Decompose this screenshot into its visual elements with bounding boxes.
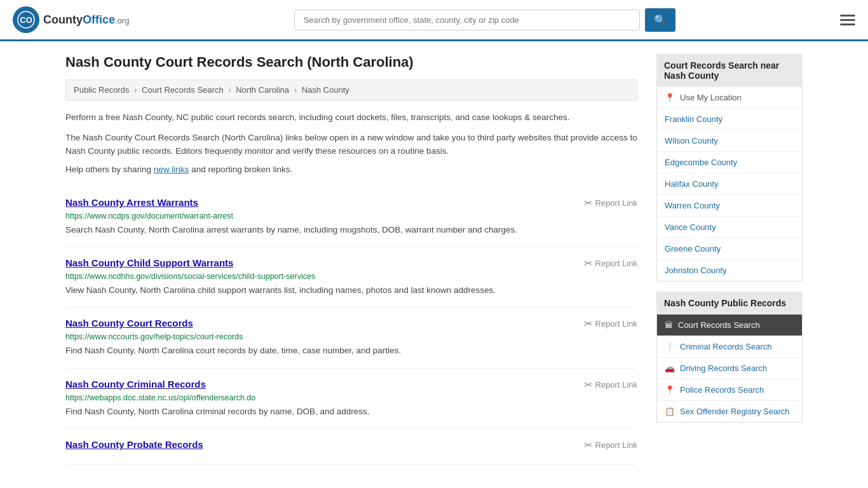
report-icon: ✂: [584, 379, 592, 391]
search-input[interactable]: [294, 10, 640, 30]
wilson-county-link[interactable]: Wilson County: [657, 130, 802, 151]
list-item: 📍 Use My Location: [657, 87, 802, 109]
search-icon: 🔍: [654, 15, 667, 25]
result-item: Nash County Criminal Records ✂ Report Li…: [65, 369, 637, 429]
warren-county-link[interactable]: Warren County: [657, 195, 802, 216]
police-records-search-link[interactable]: 📍 Police Records Search: [657, 379, 802, 400]
main-container: Nash County Court Records Search (North …: [53, 41, 815, 477]
result-desc: View Nash County, North Carolina child s…: [65, 284, 637, 297]
driving-icon: 🚗: [665, 363, 675, 373]
menu-line-3: [840, 24, 855, 25]
list-item: 🚗 Driving Records Search: [657, 358, 802, 379]
greene-county-link[interactable]: Greene County: [657, 238, 802, 259]
list-item: 📋 Sex Offender Registry Search: [657, 401, 802, 422]
list-item: 🏛 Court Records Search: [657, 315, 802, 336]
result-item: Nash County Probate Records ✂ Report Lin…: [65, 429, 637, 464]
result-title[interactable]: Nash County Child Support Warrants: [65, 257, 233, 268]
vance-county-link[interactable]: Vance County: [657, 217, 802, 238]
report-link-button[interactable]: ✂ Report Link: [584, 379, 637, 391]
criminal-records-search-link[interactable]: ❕ Criminal Records Search: [657, 336, 802, 357]
result-url: https://www.ncdps.gov/document/warrant-a…: [65, 212, 637, 220]
result-title[interactable]: Nash County Court Records: [65, 318, 193, 329]
result-url: https://webapps.doc.state.nc.us/opi/offe…: [65, 393, 637, 402]
report-icon: ✂: [584, 197, 592, 209]
court-icon: 🏛: [665, 320, 673, 330]
hamburger-menu-button[interactable]: [840, 15, 855, 25]
result-url: https://www.ncdhhs.gov/divisions/social-…: [65, 272, 637, 281]
franklin-county-link[interactable]: Franklin County: [657, 109, 802, 130]
list-item: Johnston County: [657, 260, 802, 281]
public-records-header: Nash County Public Records: [656, 292, 803, 315]
result-item: Nash County Arrest Warrants ✂ Report Lin…: [65, 187, 637, 247]
list-item: Edgecombe County: [657, 152, 802, 173]
result-title[interactable]: Nash County Criminal Records: [65, 379, 206, 390]
intro-paragraph-2: The Nash County Court Records Search (No…: [65, 131, 637, 158]
report-link-button[interactable]: ✂ Report Link: [584, 197, 637, 209]
content-area: Nash County Court Records Search (North …: [65, 54, 637, 464]
report-icon: ✂: [584, 318, 592, 330]
result-url: https://www.nccourts.gov/help-topics/cou…: [65, 332, 637, 341]
result-desc: Search Nash County, North Carolina arres…: [65, 224, 637, 236]
report-link-button[interactable]: ✂ Report Link: [584, 257, 637, 269]
edgecombe-county-link[interactable]: Edgecombe County: [657, 152, 802, 173]
intro-paragraph-1: Perform a free Nash County, NC public co…: [65, 111, 637, 125]
breadcrumb-court-records-search[interactable]: Court Records Search: [142, 85, 224, 95]
list-item: Franklin County: [657, 109, 802, 130]
menu-line-2: [840, 19, 855, 21]
list-item: Warren County: [657, 195, 802, 217]
breadcrumb: Public Records › Court Records Search › …: [65, 79, 637, 100]
johnston-county-link[interactable]: Johnston County: [657, 260, 802, 281]
report-icon: ✂: [584, 439, 592, 451]
list-item: ❕ Criminal Records Search: [657, 336, 802, 358]
result-item: Nash County Child Support Warrants ✂ Rep…: [65, 247, 637, 308]
list-item: Greene County: [657, 238, 802, 260]
public-records-section: Nash County Public Records 🏛 Court Recor…: [656, 292, 803, 423]
nearby-header: Court Records Search near Nash County: [656, 54, 803, 87]
sidebar: Court Records Search near Nash County 📍 …: [656, 54, 803, 464]
logo[interactable]: CO CountyOffice.org: [13, 6, 129, 33]
nearby-section: Court Records Search near Nash County 📍 …: [656, 54, 803, 281]
help-paragraph: Help others by sharing new links and rep…: [65, 165, 637, 174]
search-button[interactable]: 🔍: [645, 8, 675, 32]
list-item: Wilson County: [657, 130, 802, 152]
logo-text: CountyOffice.org: [43, 13, 129, 27]
result-title[interactable]: Nash County Arrest Warrants: [65, 197, 198, 208]
breadcrumb-nash-county[interactable]: Nash County: [302, 85, 349, 95]
breadcrumb-public-records[interactable]: Public Records: [74, 85, 129, 95]
list-item: Halifax County: [657, 173, 802, 195]
results-list: Nash County Arrest Warrants ✂ Report Lin…: [65, 187, 637, 464]
nearby-list: 📍 Use My Location Franklin County Wilson…: [656, 87, 803, 281]
result-item: Nash County Court Records ✂ Report Link …: [65, 308, 637, 368]
report-icon: ✂: [584, 257, 592, 269]
location-icon: 📍: [665, 93, 675, 102]
criminal-icon: ❕: [665, 342, 675, 351]
search-area: 🔍: [294, 8, 675, 32]
result-desc: Find Nash County, North Carolina crimina…: [65, 405, 637, 418]
result-title[interactable]: Nash County Probate Records: [65, 439, 203, 450]
sex-offender-icon: 📋: [665, 407, 675, 416]
court-records-search-link[interactable]: 🏛 Court Records Search: [657, 315, 802, 336]
sex-offender-registry-search-link[interactable]: 📋 Sex Offender Registry Search: [657, 401, 802, 422]
report-link-button[interactable]: ✂ Report Link: [584, 318, 637, 330]
breadcrumb-north-carolina[interactable]: North Carolina: [236, 85, 289, 95]
police-icon: 📍: [665, 385, 675, 395]
new-links-link[interactable]: new links: [154, 165, 189, 174]
menu-line-1: [840, 15, 855, 17]
driving-records-search-link[interactable]: 🚗 Driving Records Search: [657, 358, 802, 379]
site-header: CO CountyOffice.org 🔍: [0, 0, 868, 41]
report-link-button[interactable]: ✂ Report Link: [584, 439, 637, 451]
result-desc: Find Nash County, North Carolina court r…: [65, 344, 637, 357]
list-item: 📍 Police Records Search: [657, 379, 802, 401]
halifax-county-link[interactable]: Halifax County: [657, 173, 802, 194]
logo-icon: CO: [13, 6, 39, 33]
svg-text:CO: CO: [20, 15, 32, 25]
page-title: Nash County Court Records Search (North …: [65, 54, 637, 71]
list-item: Vance County: [657, 217, 802, 238]
use-my-location-link[interactable]: 📍 Use My Location: [657, 87, 802, 108]
public-records-list: 🏛 Court Records Search ❕ Criminal Record…: [656, 315, 803, 423]
